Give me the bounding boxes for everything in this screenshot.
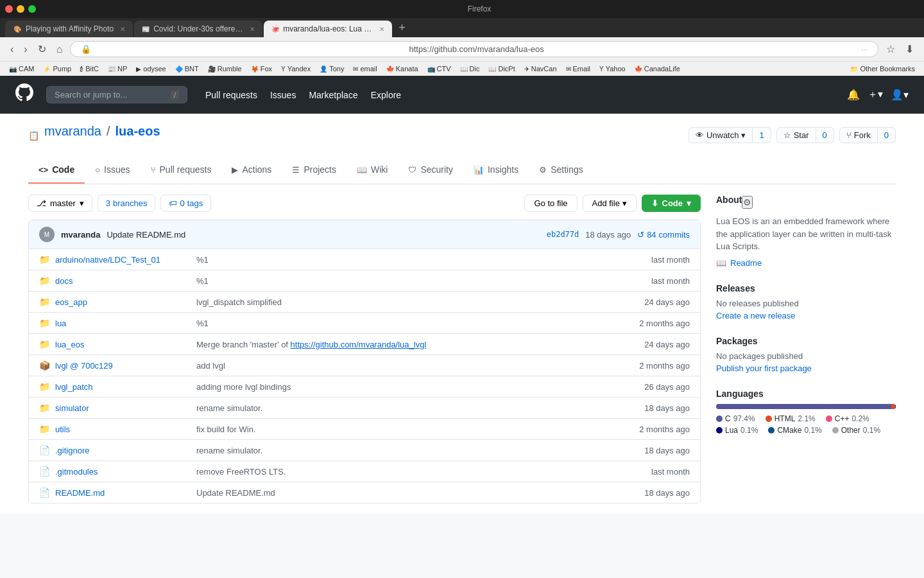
lang-item-other[interactable]: Other 0.1% xyxy=(832,426,880,435)
about-gear-button[interactable]: ⚙ xyxy=(742,196,753,209)
fork-count[interactable]: 0 xyxy=(878,127,896,143)
bookmark-bitc[interactable]: ₿ BitC xyxy=(76,64,103,74)
tab-insights[interactable]: 📊 Insights xyxy=(463,157,529,184)
file-name-link[interactable]: docs xyxy=(55,276,196,286)
file-name-link[interactable]: lvgl_patch xyxy=(55,382,196,392)
lang-item-lua[interactable]: Lua 0.1% xyxy=(716,426,758,435)
tab-covid[interactable]: 📰 Covid: Under-30s offered alte... ✕ xyxy=(134,21,262,37)
watch-button[interactable]: 👁 Unwatch ▾ xyxy=(689,127,753,143)
bookmark-other[interactable]: 📁 Other Bookmarks xyxy=(846,64,919,74)
bookmark-tony[interactable]: 👤 Tony xyxy=(316,64,348,74)
bookmark-kanata[interactable]: 🍁 Kanata xyxy=(382,64,422,74)
commit-hash[interactable]: eb2d77d xyxy=(547,230,579,239)
branch-selector[interactable]: ⎇ master ▾ xyxy=(28,195,92,212)
nav-marketplace[interactable]: Marketplace xyxy=(304,86,363,104)
bookmark-yahoo[interactable]: Y Yahoo xyxy=(595,64,629,74)
releases-empty: No releases published xyxy=(716,299,896,308)
bookmark-yandex[interactable]: Y Yandex xyxy=(277,64,314,74)
tab-security[interactable]: 🛡 Security xyxy=(398,157,463,184)
reload-button[interactable]: ↻ xyxy=(35,42,49,57)
home-button[interactable]: ⌂ xyxy=(54,42,65,57)
fullscreen-dot[interactable] xyxy=(28,5,36,13)
commit-link[interactable]: https://github.com/mvaranda/lua_lvgl xyxy=(291,340,427,349)
tab-issues[interactable]: ○ Issues xyxy=(85,157,140,184)
bookmark-odysee[interactable]: ▶ odysee xyxy=(132,64,169,74)
fork-button[interactable]: ⑂ Fork xyxy=(839,127,878,143)
lang-item-cmake[interactable]: CMake 0.1% xyxy=(768,426,821,435)
lang-item-html[interactable]: HTML 2.1% xyxy=(766,414,816,423)
repo-owner-link[interactable]: mvaranda xyxy=(44,124,101,139)
back-button[interactable]: ‹ xyxy=(8,42,16,57)
tab-pull-requests[interactable]: ⑂ Pull requests xyxy=(141,157,222,184)
nav-pull-requests[interactable]: Pull requests xyxy=(200,86,262,104)
plus-button[interactable]: ＋▾ xyxy=(868,88,883,101)
star-count[interactable]: 0 xyxy=(816,127,834,143)
file-commit: Update README.md xyxy=(196,488,619,498)
add-file-button[interactable]: Add file ▾ xyxy=(583,195,637,212)
tab-close-affinity[interactable]: ✕ xyxy=(120,26,125,33)
address-menu-icon[interactable]: ··· xyxy=(862,46,868,53)
user-avatar-button[interactable]: 👤▾ xyxy=(891,89,909,101)
star-button[interactable]: ☆ Star xyxy=(776,127,816,143)
bookmark-button[interactable]: ☆ xyxy=(884,42,898,57)
bookmark-cam[interactable]: 📷 CAM xyxy=(5,64,38,74)
create-release-link[interactable]: Create a new release xyxy=(716,311,896,320)
bookmark-bnt[interactable]: 🔷 BNT xyxy=(171,64,203,74)
publish-package-link[interactable]: Publish your first package xyxy=(716,363,896,373)
file-name-link[interactable]: lua_eos xyxy=(55,340,196,349)
github-logo[interactable] xyxy=(15,83,33,106)
bookmark-fox[interactable]: 🦊 Fox xyxy=(247,64,276,74)
tab-affinity[interactable]: 🎨 Playing with Affinity Photo ✕ xyxy=(5,21,133,37)
tab-wiki[interactable]: 📖 Wiki xyxy=(346,157,398,184)
commit-author[interactable]: mvaranda xyxy=(61,230,100,240)
file-name-link[interactable]: .gitmodules xyxy=(55,467,196,477)
bookmark-dicpt[interactable]: 📖 DicPt xyxy=(484,64,518,74)
file-name-link[interactable]: utils xyxy=(55,425,196,434)
readme-link[interactable]: 📖 Readme xyxy=(716,258,896,268)
new-tab-button[interactable]: + xyxy=(393,21,411,35)
file-name-link[interactable]: eos_app xyxy=(55,297,196,307)
watch-count[interactable]: 1 xyxy=(753,127,771,143)
nav-issues[interactable]: Issues xyxy=(265,86,301,104)
lang-item-c[interactable]: C 97.4% xyxy=(716,414,755,423)
bookmark-canadalife[interactable]: 🍁 CanadaLife xyxy=(631,64,684,74)
url-display[interactable]: https://github.com/mvaranda/lua-eos xyxy=(95,44,858,54)
bookmark-dic[interactable]: 📖 Dic xyxy=(456,64,484,74)
search-bar[interactable]: Search or jump to... / xyxy=(46,86,187,103)
tab-github[interactable]: 🐙 mvaranda/lua-eos: Lua EOS is... ✕ xyxy=(264,21,392,37)
bookmark-np[interactable]: 📰 NP xyxy=(104,64,131,74)
tab-settings[interactable]: ⚙ Settings xyxy=(529,157,594,184)
close-dot[interactable] xyxy=(5,5,13,13)
file-name-link[interactable]: lua xyxy=(55,319,196,328)
bookmark-rumble[interactable]: 🎥 Rumble xyxy=(204,64,246,74)
downloads-icon[interactable]: ⬇ xyxy=(903,42,916,57)
bookmark-email[interactable]: ✉ email xyxy=(349,64,381,74)
lang-pct-c: 97.4% xyxy=(733,414,755,423)
minimize-dot[interactable] xyxy=(17,5,24,13)
tags-link[interactable]: 🏷 0 tags xyxy=(160,195,211,212)
bookmark-email2[interactable]: ✉ Email xyxy=(562,64,595,74)
lang-item-c++[interactable]: C++ 0.2% xyxy=(826,414,869,423)
file-name-link[interactable]: .gitignore xyxy=(55,446,196,455)
tab-code[interactable]: <> Code xyxy=(28,157,85,184)
commit-count-link[interactable]: ↺ 84 commits xyxy=(637,230,690,240)
tab-close-github[interactable]: ✕ xyxy=(379,26,384,33)
tab-projects[interactable]: ☰ Projects xyxy=(282,157,346,184)
bookmark-pump[interactable]: ⚡ Pump xyxy=(39,64,75,74)
nav-explore[interactable]: Explore xyxy=(366,86,406,104)
go-to-file-button[interactable]: Go to file xyxy=(524,195,577,212)
file-name-link[interactable]: README.md xyxy=(55,488,196,498)
forward-button[interactable]: › xyxy=(21,42,30,57)
tab-actions[interactable]: ▶ Actions xyxy=(221,157,282,184)
branches-link[interactable]: 3 branches xyxy=(98,195,156,212)
tab-close-covid[interactable]: ✕ xyxy=(250,26,255,33)
file-name-link[interactable]: arduino/native/LDC_Test_01 xyxy=(55,255,196,265)
file-name-link[interactable]: lvgl @ 700c129 xyxy=(55,361,196,371)
file-name-link[interactable]: simulator xyxy=(55,403,196,413)
repo-name-link[interactable]: lua-eos xyxy=(116,124,160,139)
code-download-button[interactable]: ⬇ Code ▾ xyxy=(642,195,701,212)
bookmark-navcan[interactable]: ✈ NavCan xyxy=(520,64,561,74)
address-input[interactable]: 🔒 https://github.com/mvaranda/lua-eos ··… xyxy=(70,41,878,57)
bookmark-ctv[interactable]: 📺 CTV xyxy=(424,64,455,74)
notifications-button[interactable]: 🔔 xyxy=(847,89,860,101)
